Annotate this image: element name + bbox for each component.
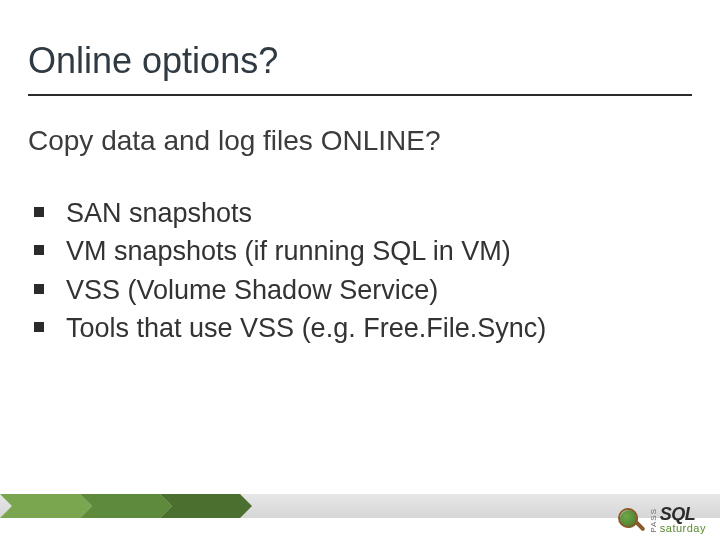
list-item-text: SAN snapshots [66, 198, 252, 228]
chevron-icon [0, 494, 92, 518]
list-item-text: Tools that use VSS (e.g. Free.File.Sync) [66, 313, 546, 343]
logo-pass-text: PASS [650, 508, 658, 533]
list-item-text: VM snapshots (if running SQL in VM) [66, 236, 511, 266]
chevron-icon [160, 494, 252, 518]
svg-marker-0 [0, 494, 92, 518]
sql-saturday-logo: PASS SQL saturday [618, 506, 706, 534]
list-item: VM snapshots (if running SQL in VM) [34, 233, 546, 269]
square-bullet-icon [34, 245, 44, 255]
square-bullet-icon [34, 284, 44, 294]
logo-text: PASS SQL saturday [650, 506, 706, 534]
square-bullet-icon [34, 207, 44, 217]
square-bullet-icon [34, 322, 44, 332]
slide-title: Online options? [28, 40, 278, 82]
list-item: VSS (Volume Shadow Service) [34, 272, 546, 308]
list-item: Tools that use VSS (e.g. Free.File.Sync) [34, 310, 546, 346]
logo-sql-text: SQL [660, 506, 706, 523]
footer-chevrons [0, 494, 252, 518]
list-item: SAN snapshots [34, 195, 546, 231]
title-underline [28, 94, 692, 96]
logo-saturday-text: saturday [660, 523, 706, 533]
bullet-list: SAN snapshots VM snapshots (if running S… [34, 195, 546, 349]
footer: PASS SQL saturday [0, 472, 720, 540]
chevron-icon [80, 494, 172, 518]
slide: Online options? Copy data and log files … [0, 0, 720, 540]
slide-subtitle: Copy data and log files ONLINE? [28, 125, 440, 157]
svg-marker-1 [80, 494, 172, 518]
list-item-text: VSS (Volume Shadow Service) [66, 275, 438, 305]
magnifier-globe-icon [618, 506, 646, 534]
svg-marker-2 [160, 494, 252, 518]
